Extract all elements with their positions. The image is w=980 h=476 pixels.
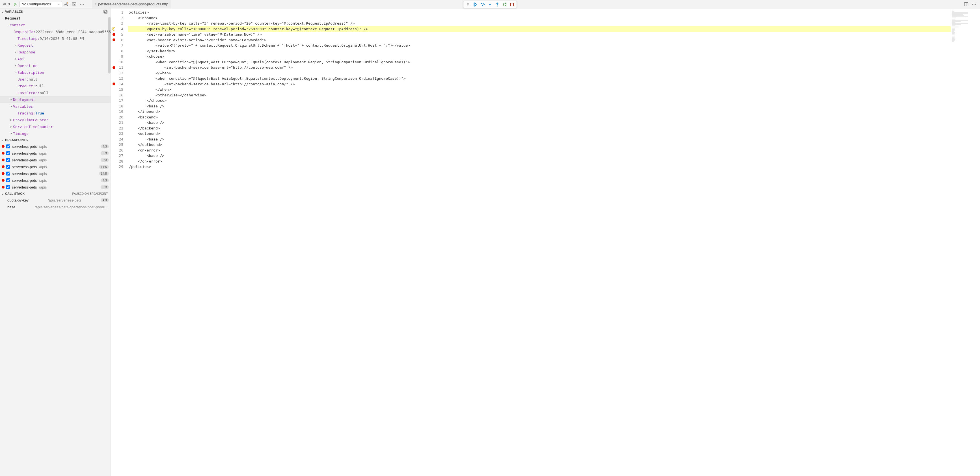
- gutter-line[interactable]: 19: [111, 109, 128, 114]
- code-line[interactable]: <set-variable name="time" value="@(DateT…: [128, 32, 951, 37]
- variable-row[interactable]: Tracing: True: [0, 109, 111, 116]
- variable-row[interactable]: >Timings: [0, 130, 111, 137]
- debug-floating-toolbar[interactable]: ⠿: [463, 1, 517, 8]
- gutter-line[interactable]: 23: [111, 131, 128, 136]
- breakpoint-checkbox[interactable]: [6, 158, 10, 162]
- start-debug-button[interactable]: [13, 1, 18, 7]
- code-line[interactable]: <set-backend-service base-url="http://co…: [128, 81, 951, 87]
- gutter-line[interactable]: 14: [111, 81, 128, 87]
- code-line[interactable]: <set-backend-service base-url="http://co…: [128, 65, 951, 70]
- editor-content[interactable]: ɔolicies> <inbound> <rate-limit-by-key c…: [128, 8, 951, 476]
- gutter-line[interactable]: 20: [111, 114, 128, 120]
- step-out-button[interactable]: [494, 2, 501, 8]
- variable-row[interactable]: LastError: null: [0, 89, 111, 96]
- gutter-line[interactable]: 6: [111, 37, 128, 43]
- gutter-line[interactable]: 17: [111, 98, 128, 103]
- collapse-all-icon[interactable]: [103, 10, 110, 14]
- code-line[interactable]: <base />: [128, 103, 951, 109]
- stop-button[interactable]: [509, 2, 515, 8]
- gutter-line[interactable]: 3: [111, 21, 128, 26]
- code-line[interactable]: <base />: [128, 153, 951, 159]
- gear-settings-icon[interactable]: [64, 2, 69, 7]
- code-line[interactable]: <inbound>: [128, 15, 951, 21]
- breakpoint-row[interactable]: serverless-pets/apis4:3: [0, 143, 111, 150]
- code-line[interactable]: <otherwise></otherwise>: [128, 92, 951, 98]
- more-icon[interactable]: [80, 2, 84, 7]
- code-line[interactable]: <backend>: [128, 114, 951, 120]
- code-line[interactable]: <quota-by-key calls="1000000" renewal-pe…: [128, 26, 951, 32]
- breakpoint-row[interactable]: serverless-pets/apis14:5: [0, 170, 111, 177]
- variable-row[interactable]: >Variables: [0, 103, 111, 109]
- variables-panel-header[interactable]: ⌄ VARIABLES: [0, 8, 111, 15]
- code-line[interactable]: </when>: [128, 70, 951, 76]
- breakpoints-panel-header[interactable]: ⌄ BREAKPOINTS: [0, 137, 111, 143]
- gutter-line[interactable]: 2: [111, 15, 128, 21]
- code-line[interactable]: <choose>: [128, 54, 951, 59]
- code-line[interactable]: </backend>: [128, 125, 951, 131]
- variable-scope-row[interactable]: ⌄ Request: [0, 15, 111, 22]
- code-line[interactable]: <set-header exists-action="override" nam…: [128, 37, 951, 43]
- gutter-line[interactable]: 11: [111, 65, 128, 70]
- breakpoint-checkbox[interactable]: [6, 185, 10, 189]
- code-line[interactable]: <when condition="@(&quot;East Asia&quot;…: [128, 76, 951, 81]
- gutter-line[interactable]: 27: [111, 153, 128, 159]
- breakpoint-row[interactable]: serverless-pets/apis11:5: [0, 163, 111, 170]
- step-into-button[interactable]: [487, 2, 493, 8]
- gutter-line[interactable]: 15: [111, 87, 128, 92]
- code-line[interactable]: <when condition="@(&quot;West Europe&quo…: [128, 59, 951, 65]
- gutter-line[interactable]: 13: [111, 76, 128, 81]
- code-line[interactable]: <base />: [128, 136, 951, 142]
- breakpoint-row[interactable]: serverless-pets/apis6:3: [0, 184, 111, 190]
- callstack-row[interactable]: quota-by-key/apis/serverless-pets4:3: [0, 197, 111, 203]
- gutter-line[interactable]: 29: [111, 164, 128, 170]
- variable-row[interactable]: User: null: [0, 76, 111, 83]
- breakpoint-checkbox[interactable]: [6, 165, 10, 169]
- gutter-line[interactable]: 8: [111, 48, 128, 54]
- gutter-line[interactable]: 22: [111, 125, 128, 131]
- code-line[interactable]: <on-error>: [128, 148, 951, 153]
- variable-row[interactable]: >Api: [0, 56, 111, 62]
- gutter-line[interactable]: 1: [111, 10, 128, 15]
- variable-row[interactable]: >Response: [0, 49, 111, 56]
- debug-console-icon[interactable]: [72, 2, 76, 7]
- callstack-panel-header[interactable]: ⌄ CALL STACK PAUSED ON BREAKPOINT: [0, 190, 111, 197]
- variable-row[interactable]: >ProxyTimeCounter: [0, 116, 111, 123]
- code-line[interactable]: <rate-limit-by-key calls="3" renewal-per…: [128, 21, 951, 26]
- breakpoint-checkbox[interactable]: [6, 151, 10, 155]
- restart-button[interactable]: [501, 2, 508, 8]
- code-line[interactable]: <outbound>: [128, 131, 951, 136]
- gutter-line[interactable]: 24: [111, 136, 128, 142]
- url-link[interactable]: http://contoso-asia.com/: [233, 82, 286, 86]
- gutter-line[interactable]: 4: [111, 26, 128, 32]
- editor-tab[interactable]: ≡ petstore-serverless-pets-post-products…: [92, 0, 171, 8]
- code-line[interactable]: <value>@("proto=" + context.Request.Orig…: [128, 43, 951, 48]
- gutter-line[interactable]: 28: [111, 159, 128, 164]
- variable-row[interactable]: >Deployment: [0, 96, 111, 103]
- grip-icon[interactable]: ⠿: [465, 2, 471, 8]
- url-link[interactable]: http://contoso-weu.com/: [233, 65, 284, 70]
- gutter-line[interactable]: 18: [111, 103, 128, 109]
- code-line[interactable]: </when>: [128, 87, 951, 92]
- step-over-button[interactable]: [479, 2, 486, 8]
- code-line[interactable]: ɔolicies>: [128, 10, 951, 15]
- variable-row[interactable]: >Operation: [0, 62, 111, 69]
- debug-config-dropdown[interactable]: No Configurations ⌄: [19, 1, 62, 7]
- breakpoint-checkbox[interactable]: [6, 144, 10, 148]
- breakpoint-row[interactable]: serverless-pets/apis4:3: [0, 177, 111, 184]
- breakpoint-checkbox[interactable]: [6, 178, 10, 182]
- editor-gutter[interactable]: 1234567891011121314151617181920212223242…: [111, 8, 128, 476]
- breakpoint-row[interactable]: serverless-pets/apis6:3: [0, 157, 111, 163]
- scrollbar-thumb[interactable]: [108, 17, 111, 73]
- code-line[interactable]: </on-error>: [128, 159, 951, 164]
- variable-row[interactable]: Timestamp: 9/16/2020 5:41:08 PM: [0, 35, 111, 42]
- gutter-line[interactable]: 10: [111, 59, 128, 65]
- variable-row[interactable]: Product: null: [0, 83, 111, 89]
- gutter-line[interactable]: 16: [111, 92, 128, 98]
- callstack-row[interactable]: base/apis/serverless-pets/operations/pos…: [0, 203, 111, 210]
- continue-button[interactable]: [472, 2, 479, 8]
- gutter-line[interactable]: 7: [111, 43, 128, 48]
- variable-row[interactable]: >Request: [0, 42, 111, 49]
- gutter-line[interactable]: 26: [111, 148, 128, 153]
- code-line[interactable]: <base />: [128, 120, 951, 125]
- code-line[interactable]: </set-header>: [128, 48, 951, 54]
